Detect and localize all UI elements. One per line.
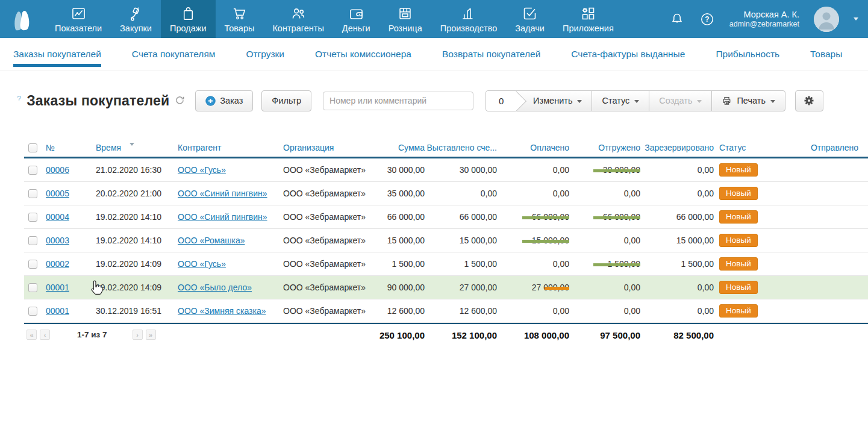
- order-number-link[interactable]: 00003: [46, 236, 69, 245]
- filter-button[interactable]: Фильтр: [261, 90, 311, 111]
- orders-table: № Время Контрагент Организация Сумма Выс…: [24, 138, 868, 346]
- organization: ООО «Зебрамаркет»: [279, 306, 378, 316]
- notifications-bell-icon[interactable]: [669, 11, 685, 27]
- paid-value: 0,00: [499, 189, 571, 198]
- nav-item-приложения[interactable]: Приложения: [554, 0, 623, 38]
- app-logo[interactable]: [10, 4, 40, 38]
- row-checkbox[interactable]: [28, 236, 37, 245]
- top-navigation-bar: ПоказателиЗакупкиПродажиТоварыКонтрагент…: [0, 0, 868, 38]
- table-row[interactable]: 0000621.02.2020 16:30ООО «Гусь»ООО «Зебр…: [24, 158, 868, 182]
- shipped-progress-bar: [593, 216, 640, 219]
- tab-прибыльность[interactable]: Прибыльность: [716, 38, 779, 70]
- row-checkbox[interactable]: [28, 213, 37, 222]
- user-menu-chevron-down-icon[interactable]: [854, 17, 858, 20]
- column-header-counterparty[interactable]: Контрагент: [173, 143, 279, 152]
- table-row[interactable]: 0000219.02.2020 14:09ООО «Гусь»ООО «Зебр…: [24, 252, 868, 276]
- help-hint-icon[interactable]: ?: [17, 94, 21, 103]
- reserved-value: 0,00: [642, 165, 716, 175]
- column-header-sum[interactable]: Сумма: [378, 143, 426, 152]
- status-badge[interactable]: Новый: [719, 210, 758, 224]
- nav-item-задачи[interactable]: Задачи: [506, 0, 554, 38]
- gear-icon: [803, 95, 815, 107]
- nav-item-показатели[interactable]: Показатели: [46, 0, 111, 38]
- page-first-button[interactable]: «: [27, 330, 37, 340]
- table-header-row: № Время Контрагент Организация Сумма Выс…: [24, 138, 868, 158]
- order-number-link[interactable]: 00002: [46, 259, 69, 269]
- table-row[interactable]: 0000119.02.2020 14:09ООО «Было дело»ООО …: [24, 276, 868, 299]
- counterparty-link[interactable]: ООО «Гусь»: [178, 165, 226, 175]
- counterparty-link[interactable]: ООО «Зимняя сказка»: [178, 306, 266, 316]
- nav-item-label: Розница: [389, 23, 422, 33]
- order-time: 19.02.2020 14:09: [92, 259, 173, 269]
- nav-item-товары[interactable]: Товары: [216, 0, 264, 38]
- page-next-button[interactable]: ›: [133, 330, 143, 340]
- row-checkbox[interactable]: [28, 166, 37, 175]
- status-badge[interactable]: Новый: [719, 187, 758, 200]
- counterparty-link[interactable]: ООО «Ромашка»: [178, 236, 245, 245]
- user-info[interactable]: Морская А. К. admin@zebramarket: [729, 9, 799, 30]
- order-number-link[interactable]: 00004: [46, 212, 69, 222]
- tab-товары[interactable]: Товары: [810, 38, 842, 70]
- table-row[interactable]: 0000520.02.2020 21:00ООО «Синий пингвин»…: [24, 182, 868, 205]
- table-row[interactable]: 0000130.12.2019 16:51ООО «Зимняя сказка»…: [24, 299, 868, 323]
- add-order-button[interactable]: Заказ: [195, 90, 253, 111]
- column-header-sent[interactable]: Отправлено: [787, 143, 868, 152]
- status-badge[interactable]: Новый: [719, 163, 758, 177]
- row-checkbox[interactable]: [28, 307, 37, 316]
- page-last-button[interactable]: »: [146, 330, 156, 340]
- search-input[interactable]: [323, 92, 473, 110]
- nav-item-продажи[interactable]: Продажи: [161, 0, 216, 38]
- nav-item-розница[interactable]: Розница: [379, 0, 431, 38]
- column-header-paid[interactable]: Оплачено: [499, 143, 571, 152]
- counterparty-link[interactable]: ООО «Синий пингвин»: [178, 212, 267, 222]
- status-badge[interactable]: Новый: [719, 281, 758, 294]
- column-header-organization[interactable]: Организация: [279, 143, 378, 152]
- status-badge[interactable]: Новый: [719, 234, 758, 247]
- status-badge[interactable]: Новый: [719, 257, 758, 271]
- table-row[interactable]: 0000419.02.2020 14:10ООО «Синий пингвин»…: [24, 205, 868, 229]
- print-dropdown-button[interactable]: Печать: [711, 91, 785, 111]
- nav-item-деньги[interactable]: Деньги: [333, 0, 379, 38]
- counterparty-link[interactable]: ООО «Синий пингвин»: [178, 189, 267, 198]
- counterparty-link[interactable]: ООО «Было дело»: [178, 283, 252, 292]
- nav-item-контрагенты[interactable]: Контрагенты: [263, 0, 333, 38]
- tab-возвраты-покупателей[interactable]: Возвраты покупателей: [442, 38, 540, 70]
- order-number-link[interactable]: 00001: [46, 283, 69, 292]
- nav-item-закупки[interactable]: Закупки: [111, 0, 161, 38]
- counterparty-link[interactable]: ООО «Гусь»: [178, 259, 226, 269]
- column-header-number[interactable]: №: [45, 143, 92, 152]
- status-label: Статус: [602, 96, 629, 105]
- column-header-reserved[interactable]: Зарезервировано: [642, 143, 716, 152]
- column-header-invoiced[interactable]: Выставлено сче...: [426, 143, 499, 152]
- invoiced-value: 12 600,00: [426, 306, 499, 316]
- avatar[interactable]: [814, 7, 839, 32]
- table-settings-button[interactable]: [795, 90, 823, 111]
- row-checkbox[interactable]: [28, 260, 37, 269]
- order-number-link[interactable]: 00005: [46, 189, 69, 198]
- tab-счета-покупателям[interactable]: Счета покупателям: [132, 38, 216, 70]
- tab-заказы-покупателей[interactable]: Заказы покупателей: [13, 38, 101, 70]
- edit-dropdown-button[interactable]: Изменить: [516, 91, 592, 111]
- column-header-status[interactable]: Статус: [716, 143, 787, 152]
- create-dropdown-button: Создать: [649, 91, 711, 111]
- tab-отгрузки[interactable]: Отгрузки: [246, 38, 284, 70]
- tab-счета-фактуры-выданные[interactable]: Счета-фактуры выданные: [571, 38, 685, 70]
- table-row[interactable]: 0000319.02.2020 14:10ООО «Ромашка»ООО «З…: [24, 229, 868, 252]
- order-number-link[interactable]: 00001: [46, 306, 69, 316]
- column-header-time[interactable]: Время: [92, 143, 173, 152]
- row-checkbox[interactable]: [28, 189, 37, 198]
- page-prev-button[interactable]: ‹: [40, 330, 50, 340]
- refresh-icon[interactable]: [175, 96, 184, 107]
- filter-label: Фильтр: [272, 96, 301, 105]
- column-header-shipped[interactable]: Отгружено: [571, 143, 642, 152]
- order-number-link[interactable]: 00006: [46, 165, 69, 175]
- row-checkbox[interactable]: [28, 283, 37, 292]
- select-all-checkbox[interactable]: [28, 143, 37, 152]
- cart-icon: [231, 5, 248, 22]
- status-badge[interactable]: Новый: [719, 304, 758, 318]
- tab-отчеты-комиссионера[interactable]: Отчеты комиссионера: [315, 38, 411, 70]
- nav-item-производство[interactable]: Производство: [431, 0, 507, 38]
- sum-value: 1 500,00: [378, 259, 426, 269]
- status-dropdown-button[interactable]: Статус: [592, 91, 649, 111]
- help-icon[interactable]: ?: [699, 11, 715, 27]
